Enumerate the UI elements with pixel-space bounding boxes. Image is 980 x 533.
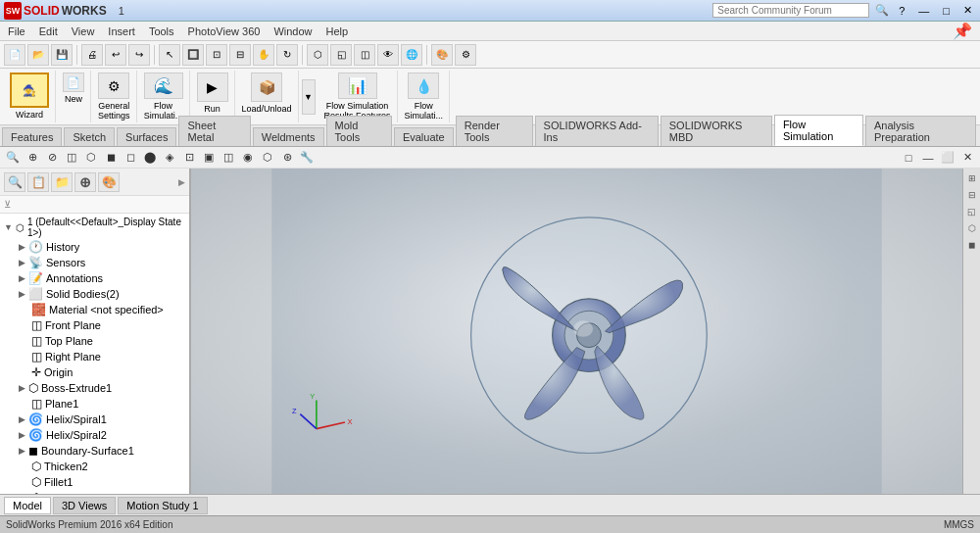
rs-btn3[interactable]: ◱ bbox=[964, 204, 980, 219]
tab-motion-study[interactable]: Motion Study 1 bbox=[118, 497, 207, 514]
annotations-expand[interactable]: ▶ bbox=[19, 273, 25, 283]
view-btn7[interactable]: ◻ bbox=[122, 149, 139, 167]
3d-viewport[interactable]: X Y Z bbox=[191, 169, 962, 494]
rotate-btn[interactable]: ↻ bbox=[276, 44, 298, 66]
view-btn16[interactable]: 🔧 bbox=[298, 149, 316, 167]
ft-helix2[interactable]: ▶ 🌀 Helix/Spiral2 bbox=[0, 427, 189, 443]
view-btn3[interactable]: ⊘ bbox=[43, 149, 61, 167]
view-orientation-btn[interactable]: ⬡ bbox=[307, 44, 328, 66]
undo-btn[interactable]: ↩ bbox=[105, 44, 126, 66]
results-icon[interactable]: 📊 bbox=[338, 73, 377, 99]
menu-window[interactable]: Window bbox=[268, 24, 318, 39]
ft-material[interactable]: 🧱 Material <not specified> bbox=[0, 302, 189, 317]
ft-add-btn[interactable]: ⊕ bbox=[74, 172, 96, 192]
ft-fillet2[interactable]: ⬡ Fillet2 bbox=[0, 490, 189, 494]
ft-folder-btn[interactable]: 📁 bbox=[51, 172, 73, 192]
minimize-btn[interactable]: — bbox=[914, 5, 933, 17]
flow-sim-small-icon[interactable]: 💧 bbox=[408, 73, 439, 99]
tab-sw-mbd[interactable]: SOLIDWORKS MBD bbox=[661, 116, 772, 146]
tab-analysis-preparation[interactable]: Analysis Preparation bbox=[865, 116, 976, 146]
menu-help[interactable]: Help bbox=[320, 24, 355, 39]
ft-boss-extrude1[interactable]: ▶ ⬡ Boss-Extrude1 bbox=[0, 380, 189, 396]
rs-btn5[interactable]: ◼ bbox=[964, 237, 980, 253]
ft-copy-btn[interactable]: 📋 bbox=[27, 172, 49, 192]
rs-btn2[interactable]: ⊟ bbox=[964, 187, 980, 203]
root-expand[interactable]: ▼ bbox=[4, 222, 13, 232]
max-pane-btn[interactable]: ⬜ bbox=[939, 149, 956, 167]
tab-render-tools[interactable]: Render Tools bbox=[456, 116, 533, 146]
edit-appearance-btn[interactable]: 🎨 bbox=[431, 44, 453, 66]
view-btn11[interactable]: ▣ bbox=[200, 149, 218, 167]
ft-color-btn[interactable]: 🎨 bbox=[98, 172, 120, 192]
wizard-icon[interactable]: 🧙 bbox=[10, 73, 49, 108]
view-btn1[interactable]: 🔍 bbox=[4, 149, 22, 167]
options-btn[interactable]: ⚙ bbox=[455, 44, 476, 66]
zoom-3d-btn[interactable]: ⊟ bbox=[229, 44, 251, 66]
tab-evaluate[interactable]: Evaluate bbox=[394, 127, 454, 146]
ft-thicken2[interactable]: ⬡ Thicken2 bbox=[0, 459, 189, 474]
view-btn14[interactable]: ⬡ bbox=[259, 149, 276, 167]
print-btn[interactable]: 🖨 bbox=[81, 44, 103, 66]
tab-sheet-metal[interactable]: Sheet Metal bbox=[178, 116, 250, 146]
menu-file[interactable]: File bbox=[2, 24, 31, 39]
save-btn[interactable]: 💾 bbox=[51, 44, 73, 66]
ft-plane1[interactable]: ◫ Plane1 bbox=[0, 396, 189, 412]
pan-btn[interactable]: ✋ bbox=[253, 44, 274, 66]
float-btn[interactable]: □ bbox=[900, 149, 917, 167]
ft-fillet1[interactable]: ⬡ Fillet1 bbox=[0, 474, 189, 490]
min-pane-btn[interactable]: — bbox=[919, 149, 937, 167]
hide-show-btn[interactable]: 👁 bbox=[377, 44, 399, 66]
helix2-expand[interactable]: ▶ bbox=[19, 430, 25, 440]
view-btn8[interactable]: ⬤ bbox=[141, 149, 159, 167]
view-btn4[interactable]: ◫ bbox=[63, 149, 80, 167]
ft-sensors[interactable]: ▶ 📡 Sensors bbox=[0, 255, 189, 270]
tab-3d-views[interactable]: 3D Views bbox=[53, 497, 116, 514]
tab-model[interactable]: Model bbox=[4, 497, 51, 514]
display-style-btn[interactable]: ◫ bbox=[354, 44, 375, 66]
tab-mold-tools[interactable]: Mold Tools bbox=[326, 116, 392, 146]
ft-helix1[interactable]: ▶ 🌀 Helix/Spiral1 bbox=[0, 412, 189, 427]
ft-history[interactable]: ▶ 🕐 History bbox=[0, 239, 189, 255]
dropdown-btn[interactable]: ▼ bbox=[302, 79, 316, 115]
view-btn12[interactable]: ◫ bbox=[220, 149, 237, 167]
expand-arrow[interactable]: ▶ bbox=[178, 177, 185, 187]
ft-front-plane[interactable]: ◫ Front Plane bbox=[0, 317, 189, 333]
ft-top-plane[interactable]: ◫ Top Plane bbox=[0, 333, 189, 349]
select-btn[interactable]: ↖ bbox=[159, 44, 180, 66]
menu-view[interactable]: View bbox=[66, 24, 101, 39]
ft-origin[interactable]: ✛ Origin bbox=[0, 364, 189, 380]
ft-right-plane[interactable]: ◫ Right Plane bbox=[0, 349, 189, 364]
tab-surfaces[interactable]: Surfaces bbox=[117, 127, 176, 146]
view-btn6[interactable]: ◼ bbox=[102, 149, 120, 167]
zoom-fit-btn[interactable]: ⊡ bbox=[206, 44, 227, 66]
close-btn[interactable]: ✕ bbox=[959, 4, 976, 17]
view-btn13[interactable]: ◉ bbox=[239, 149, 257, 167]
view-btn10[interactable]: ⊡ bbox=[180, 149, 198, 167]
zoom-area-btn[interactable]: 🔲 bbox=[182, 44, 204, 66]
view-btn2[interactable]: ⊕ bbox=[24, 149, 41, 167]
apply-scene-btn[interactable]: 🌐 bbox=[401, 44, 422, 66]
menu-edit[interactable]: Edit bbox=[33, 24, 64, 39]
general-settings-icon[interactable]: ⚙ bbox=[98, 73, 129, 99]
tab-sketch[interactable]: Sketch bbox=[64, 127, 115, 146]
view-btn5[interactable]: ⬡ bbox=[82, 149, 100, 167]
ft-solid-bodies[interactable]: ▶ ⬜ Solid Bodies(2) bbox=[0, 286, 189, 302]
menu-photoview[interactable]: PhotoView 360 bbox=[182, 24, 267, 39]
flow-sim-icon[interactable]: 🌊 bbox=[144, 73, 183, 99]
load-unload-icon[interactable]: 📦 bbox=[251, 73, 282, 102]
ft-search-btn[interactable]: 🔍 bbox=[4, 172, 25, 192]
rs-btn4[interactable]: ⬡ bbox=[964, 220, 980, 236]
sensors-expand[interactable]: ▶ bbox=[19, 258, 25, 267]
solid-bodies-expand[interactable]: ▶ bbox=[19, 289, 25, 299]
section-view-btn[interactable]: ◱ bbox=[330, 44, 352, 66]
new-document-btn[interactable]: 📄 bbox=[4, 44, 25, 66]
run-icon[interactable]: ▶ bbox=[197, 73, 228, 102]
view-btn15[interactable]: ⊛ bbox=[278, 149, 296, 167]
rs-btn1[interactable]: ⊞ bbox=[964, 170, 980, 186]
ft-root[interactable]: ▼ ⬡ 1 (Default<<Default>_Display State 1… bbox=[0, 216, 189, 239]
ft-boundary-surface1[interactable]: ▶ ◼ Boundary-Surface1 bbox=[0, 443, 189, 459]
redo-btn[interactable]: ↪ bbox=[128, 44, 150, 66]
boss-expand[interactable]: ▶ bbox=[19, 383, 25, 393]
tab-flow-simulation[interactable]: Flow Simulation bbox=[774, 115, 863, 146]
maximize-btn[interactable]: □ bbox=[939, 5, 954, 17]
